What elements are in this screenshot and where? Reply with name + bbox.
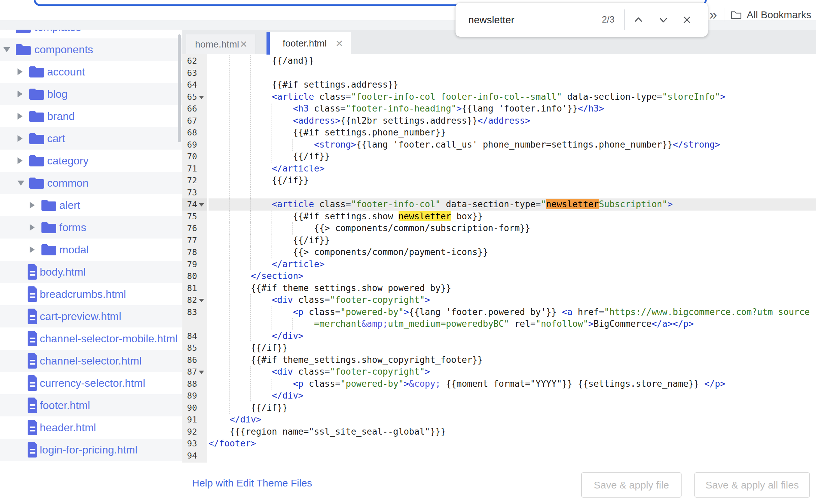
code-line-82[interactable]: 82 <div class="footer-copyright"> xyxy=(182,294,816,306)
code-area[interactable]: 62 {{/and}}6364 {{#if settings.address}}… xyxy=(182,55,816,462)
code-line-65[interactable]: 65 <article class="footer-info-col foote… xyxy=(182,91,816,103)
code-line-70[interactable]: 70 {{/if}} xyxy=(182,151,816,163)
tree-folder-category[interactable]: category xyxy=(0,150,182,172)
indent-guide xyxy=(209,175,230,187)
code-line-76[interactable]: 76 {{> components/common/subscription-fo… xyxy=(182,222,816,234)
tree-file-login-for-pricing-html[interactable]: login-for-pricing.html xyxy=(0,439,182,461)
find-next-button[interactable] xyxy=(655,11,672,28)
fold-caret-icon[interactable] xyxy=(199,203,204,207)
code-line-text: <p class="powered-by">{{lang 'footer.pow… xyxy=(209,306,816,318)
code-line-text: <div class="footer-copyright"> xyxy=(209,294,816,306)
code-line-83[interactable]: 83 <p class="powered-by">{{lang 'footer.… xyxy=(182,306,816,318)
code-line-81[interactable]: 81 {{#if theme_settings.show_powered_by}… xyxy=(182,282,816,294)
tree-file-body-html[interactable]: body.html xyxy=(0,261,182,283)
caret-down-icon[interactable] xyxy=(3,47,10,52)
save-apply-file-button[interactable]: Save & apply file xyxy=(581,472,682,498)
tree-folder-components[interactable]: components xyxy=(0,38,182,61)
tab-home-html[interactable]: home.html ✕ xyxy=(186,34,255,54)
tab-footer-html[interactable]: footer.html ✕ xyxy=(266,32,351,55)
all-bookmarks-button[interactable]: All Bookmarks xyxy=(730,9,811,21)
tree-file-channel-selector-mobile-html[interactable]: channel-selector-mobile.html xyxy=(0,327,182,350)
caret-right-icon[interactable] xyxy=(18,91,23,97)
indent-guide xyxy=(209,211,230,223)
indent-guide xyxy=(209,115,230,127)
find-previous-button[interactable] xyxy=(630,11,647,28)
save-apply-all-files-button[interactable]: Save & apply all files xyxy=(694,472,810,498)
tree-folder-account[interactable]: account xyxy=(0,61,182,83)
caret-right-icon[interactable] xyxy=(18,135,23,142)
tree-folder-modal[interactable]: modal xyxy=(0,239,182,261)
indent-guide xyxy=(251,378,272,390)
code-line-72[interactable]: 72 {{/if}} xyxy=(182,175,816,187)
caret-down-icon[interactable] xyxy=(3,30,10,30)
code-line-91[interactable]: 91 </div> xyxy=(182,414,816,426)
find-match: newsletter xyxy=(399,211,451,221)
code-editor-panel: home.html ✕ footer.html ✕ 62 {{/and}}636… xyxy=(182,30,816,463)
line-number: 63 xyxy=(182,67,207,79)
tree-folder-brand[interactable]: brand xyxy=(0,105,182,127)
code-line-77[interactable]: 77 {{/if}} xyxy=(182,234,816,247)
code-line-94[interactable]: 94 xyxy=(182,450,816,462)
help-link[interactable]: Help with Edit Theme Files xyxy=(192,477,312,489)
tree-folder-cart[interactable]: cart xyxy=(0,127,182,150)
caret-right-icon[interactable] xyxy=(18,68,23,75)
tree-file-header-html[interactable]: header.html xyxy=(0,416,182,439)
code-line-63[interactable]: 63 xyxy=(182,67,816,79)
line-number: 66 xyxy=(182,103,207,115)
code-line-93[interactable]: 93</footer> xyxy=(182,438,816,450)
tab-close-icon[interactable]: ✕ xyxy=(240,39,248,50)
code-line-92[interactable]: 92 {{{region name="ssl_site_seal--global… xyxy=(182,426,816,438)
tree-file-currency-selector-html[interactable]: currency-selector.html xyxy=(0,372,182,394)
code-line-80[interactable]: 80 </section> xyxy=(182,270,816,282)
code-line-73[interactable]: 73 xyxy=(182,187,816,199)
code-line-71[interactable]: 71 </article> xyxy=(182,163,816,175)
bookmarks-overflow-icon[interactable]: » xyxy=(707,7,718,22)
code-line-75[interactable]: 75 {{#if settings.show_newsletter_box}} xyxy=(182,211,816,223)
find-input[interactable]: newsletter xyxy=(468,14,514,26)
tree-file-cart-preview-html[interactable]: cart-preview.html xyxy=(0,305,182,327)
code-line-85[interactable]: 85 {{/if}} xyxy=(182,342,816,354)
code-line-67[interactable]: 67 <address>{{nl2br settings.address}}</… xyxy=(182,115,816,127)
tree-file-channel-selector-html[interactable]: channel-selector.html xyxy=(0,350,182,372)
indent-guide xyxy=(209,282,230,294)
indent-guide xyxy=(209,390,230,402)
caret-right-icon[interactable] xyxy=(18,113,23,120)
code-line-84[interactable]: 84 </div> xyxy=(182,330,816,342)
tree-folder-common[interactable]: common xyxy=(0,172,182,194)
find-close-button[interactable] xyxy=(679,11,695,28)
code-line-87[interactable]: 87 <div class="footer-copyright"> xyxy=(182,366,816,378)
code-line-86[interactable]: 86 {{#if theme_settings.show_copyright_f… xyxy=(182,354,816,366)
tab-close-icon[interactable]: ✕ xyxy=(336,38,343,49)
fold-caret-icon[interactable] xyxy=(199,299,204,302)
fold-caret-icon[interactable] xyxy=(199,371,204,374)
code-line-68[interactable]: 68 {{#if settings.phone_number}} xyxy=(182,127,816,139)
code-line-69[interactable]: 69 <strong>{{lang 'footer.call_us' phone… xyxy=(182,139,816,151)
indent-guide xyxy=(209,270,230,282)
indent-guide xyxy=(209,330,230,342)
sidebar-scrollbar[interactable] xyxy=(178,34,181,142)
tree-file-breadcrumbs-html[interactable]: breadcrumbs.html xyxy=(0,283,182,305)
code-line-wrap[interactable]: =merchant&amp;utm_medium=poweredbyBC" re… xyxy=(182,318,816,330)
tree-folder-templates[interactable]: templates xyxy=(0,30,182,38)
code-line-79[interactable]: 79 </article> xyxy=(182,258,816,271)
code-line-64[interactable]: 64 {{#if settings.address}} xyxy=(182,79,816,91)
caret-down-icon[interactable] xyxy=(18,181,24,186)
code-line-90[interactable]: 90 {{/if}} xyxy=(182,402,816,414)
code-line-89[interactable]: 89 </div> xyxy=(182,390,816,402)
caret-right-icon[interactable] xyxy=(30,224,35,231)
tree-folder-blog[interactable]: blog xyxy=(0,83,182,105)
caret-right-icon[interactable] xyxy=(30,246,35,253)
code-line-74[interactable]: 74 <article class="footer-info-col" data… xyxy=(182,198,816,211)
folder-icon xyxy=(28,176,45,190)
code-line-62[interactable]: 62 {{/and}} xyxy=(182,55,816,67)
code-line-66[interactable]: 66 <h3 class="footer-info-heading">{{lan… xyxy=(182,103,816,115)
code-line-88[interactable]: 88 <p class="powered-by">&copy; {{moment… xyxy=(182,378,816,390)
caret-right-icon[interactable] xyxy=(30,202,35,209)
indent-guide xyxy=(230,103,251,115)
caret-right-icon[interactable] xyxy=(18,157,23,164)
tree-folder-alert[interactable]: alert xyxy=(0,194,182,216)
code-line-78[interactable]: 78 {{> components/common/payment-icons}} xyxy=(182,246,816,258)
tree-file-footer-html[interactable]: footer.html xyxy=(0,394,182,416)
tree-folder-forms[interactable]: forms xyxy=(0,216,182,239)
fold-caret-icon[interactable] xyxy=(199,96,204,99)
